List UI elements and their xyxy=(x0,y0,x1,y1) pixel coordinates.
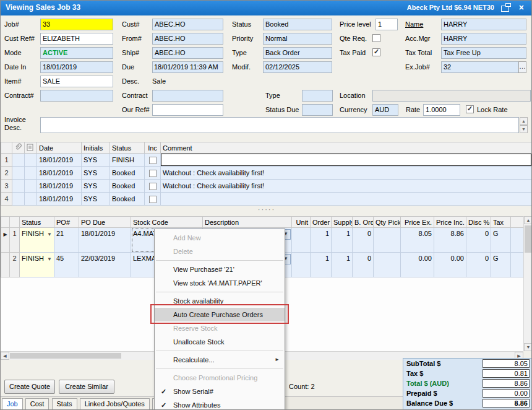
tax-total-field[interactable]: Tax Free Up xyxy=(441,47,526,59)
stock-code-header[interactable]: Stock Code xyxy=(131,217,203,228)
splitter-handle[interactable] xyxy=(1,206,532,214)
menu-item-show-attributes[interactable]: Show Attributes xyxy=(155,398,285,410)
attachment-cell[interactable] xyxy=(12,180,25,193)
note-column-header[interactable] xyxy=(25,142,37,154)
status-field[interactable]: Booked xyxy=(263,19,332,30)
tab-linked-jobs-quotes[interactable]: Linked Jobs/Quotes xyxy=(80,398,150,410)
attachment-cell[interactable] xyxy=(12,167,25,180)
price-level-field[interactable]: 1 xyxy=(375,19,398,30)
b-ord-cell[interactable]: 0 xyxy=(353,253,374,277)
comment-column-header[interactable]: Comment xyxy=(161,142,532,154)
mode-field[interactable]: ACTIVE xyxy=(40,47,113,59)
date-cell[interactable]: 18/01/2019 xyxy=(37,154,82,167)
supply-header[interactable]: Supply xyxy=(332,217,353,228)
status-column-header[interactable]: Status xyxy=(110,142,145,154)
qte-req-checkbox[interactable] xyxy=(372,34,380,42)
attachment-column-header[interactable] xyxy=(12,142,25,154)
initials-column-header[interactable]: Initials xyxy=(82,142,110,154)
inc-cell[interactable] xyxy=(145,180,161,193)
type-field[interactable]: Back Order xyxy=(263,47,332,59)
note-cell[interactable] xyxy=(25,154,37,167)
initials-cell[interactable]: SYS xyxy=(82,180,110,193)
supply-cell[interactable]: 1 xyxy=(332,253,353,277)
price-inc-cell[interactable]: 0.00 xyxy=(434,253,466,277)
qty-pick-cell[interactable] xyxy=(374,228,401,253)
from-field[interactable]: ABEC.HO xyxy=(152,33,223,45)
disc-cell[interactable]: 0 xyxy=(466,228,491,253)
our-ref-field[interactable] xyxy=(152,104,223,116)
tax-cell[interactable]: G xyxy=(491,253,511,277)
rate-field[interactable]: 1.0000 xyxy=(423,104,460,116)
currency-field[interactable]: AUD xyxy=(372,104,398,116)
unit-header[interactable]: Unit xyxy=(292,217,311,228)
stock-status-header[interactable]: Status xyxy=(20,217,54,228)
type2-field[interactable] xyxy=(302,90,333,102)
date-cell[interactable]: 18/01/2019 xyxy=(37,167,82,180)
inc-cell[interactable] xyxy=(145,193,161,206)
inc-checkbox[interactable] xyxy=(149,183,157,190)
contract-no-field[interactable] xyxy=(40,90,113,102)
disc-header[interactable]: Disc % xyxy=(466,217,491,228)
name-field[interactable]: HARRY xyxy=(441,19,526,30)
comment-cell[interactable] xyxy=(161,154,532,167)
price-inc-cell[interactable]: 8.86 xyxy=(434,228,466,253)
date-cell[interactable]: 18/01/2019 xyxy=(37,180,82,193)
name-label[interactable]: Name xyxy=(405,20,423,28)
menu-item-show-serial[interactable]: Show Serial# xyxy=(155,385,285,398)
menu-item-recalculate[interactable]: Recalculate... xyxy=(155,353,285,367)
b-ord-header[interactable]: B. Ord xyxy=(353,217,374,228)
order-header[interactable]: Order xyxy=(311,217,332,228)
initials-cell[interactable]: SYS xyxy=(82,193,110,206)
po-header[interactable]: PO# xyxy=(54,217,79,228)
note-cell[interactable] xyxy=(25,167,37,180)
qty-pick-cell[interactable] xyxy=(374,253,401,277)
modif-field[interactable]: 02/12/2025 xyxy=(263,61,332,73)
status-due-field[interactable] xyxy=(302,104,333,116)
stock-status-cell[interactable]: FINISH xyxy=(20,253,54,277)
po-due-header[interactable]: PO Due xyxy=(79,217,131,228)
price-ex-cell[interactable]: 0.00 xyxy=(401,253,434,277)
scroll-left-icon[interactable]: ◀ xyxy=(1,352,9,360)
comment-cell[interactable] xyxy=(161,193,532,206)
inc-checkbox[interactable] xyxy=(149,170,157,177)
tax-header[interactable]: Tax xyxy=(491,217,511,228)
item-field[interactable]: SALE xyxy=(40,76,113,87)
stock-status-cell[interactable]: FINISH xyxy=(20,228,54,253)
priority-field[interactable]: Normal xyxy=(263,33,332,45)
supply-cell[interactable]: 1 xyxy=(332,228,353,253)
vertical-scrollbar[interactable]: ▲ ▼ xyxy=(523,216,532,351)
initials-cell[interactable]: SYS xyxy=(82,154,110,167)
price-ex-cell[interactable]: 8.05 xyxy=(401,228,434,253)
job-field[interactable]: 33 xyxy=(40,19,113,30)
order-cell[interactable]: 1 xyxy=(311,253,332,277)
comment-cell[interactable]: Watchout : Check availability first! xyxy=(161,180,532,193)
invoice-desc-field[interactable] xyxy=(40,117,519,133)
scroll-down-icon[interactable]: ▼ xyxy=(524,343,532,351)
price-ex-header[interactable]: Price Ex. xyxy=(401,217,434,228)
b-ord-cell[interactable]: 0 xyxy=(353,228,374,253)
date-cell[interactable]: 18/01/2019 xyxy=(37,193,82,206)
po-due-cell[interactable]: 22/03/2019 xyxy=(79,253,131,277)
po-cell[interactable]: 45 xyxy=(54,253,79,277)
close-icon[interactable]: × xyxy=(519,2,524,12)
date-column-header[interactable]: Date xyxy=(37,142,82,154)
comment-cell[interactable]: Watchout : Check availability first! xyxy=(161,167,532,180)
scroll-up-icon[interactable]: ▲ xyxy=(524,216,532,224)
ship-field[interactable]: ABEC.HO xyxy=(152,47,223,59)
po-cell[interactable]: 21 xyxy=(54,228,79,253)
status-dropdown-icon[interactable] xyxy=(47,232,52,237)
status-cell[interactable]: Booked xyxy=(110,193,145,206)
order-cell[interactable]: 1 xyxy=(311,228,332,253)
popout-window-icon[interactable] xyxy=(501,6,509,12)
note-cell[interactable] xyxy=(25,180,37,193)
menu-item-view-stock[interactable]: View stock 'A4.MATT.PAPER' xyxy=(155,276,285,290)
disc-cell[interactable]: 0 xyxy=(466,253,491,277)
ex-job-field[interactable]: 32 xyxy=(441,61,519,73)
tab-stats[interactable]: Stats xyxy=(52,398,77,410)
menu-item-unallocate-stock[interactable]: Unallocate Stock xyxy=(155,335,285,349)
initials-cell[interactable]: SYS xyxy=(82,167,110,180)
unit-cell[interactable] xyxy=(292,228,311,253)
contract-field[interactable] xyxy=(152,90,223,102)
inc-cell[interactable] xyxy=(145,154,161,167)
status-cell[interactable]: FINISH xyxy=(110,154,145,167)
